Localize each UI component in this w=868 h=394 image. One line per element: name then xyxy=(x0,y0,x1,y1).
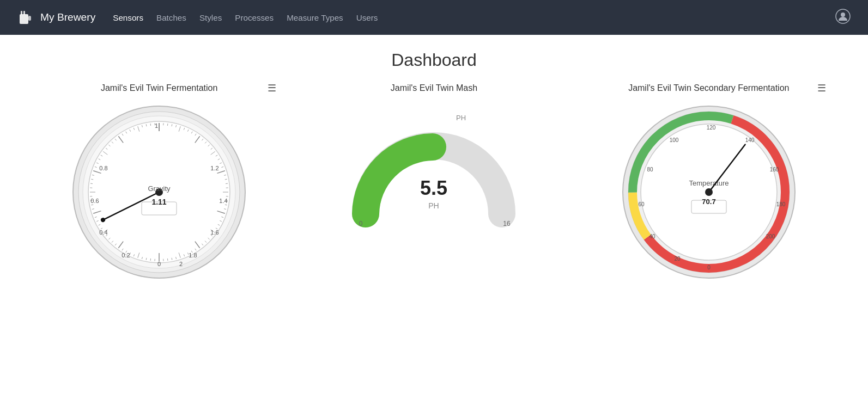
svg-text:0: 0 xyxy=(707,264,711,270)
nav-measure-types[interactable]: Measure Types xyxy=(287,11,343,24)
nav-links: Sensors Batches Styles Processes Measure… xyxy=(113,11,378,24)
svg-text:Temperature: Temperature xyxy=(689,179,729,187)
brewery-logo-icon xyxy=(17,9,35,26)
semi-gauge-mash: PH 5.5 PH 0 16 xyxy=(341,100,526,241)
gauge-header-fermentation: Jamil's Evil Twin Fermentation ☰ xyxy=(42,83,276,93)
navbar: My Brewery Sensors Batches Styles Proces… xyxy=(0,0,868,35)
svg-point-152 xyxy=(705,188,713,196)
svg-rect-2 xyxy=(21,11,22,15)
svg-text:0.2: 0.2 xyxy=(122,252,130,258)
svg-rect-1 xyxy=(28,16,31,21)
svg-rect-0 xyxy=(20,14,28,24)
svg-text:40: 40 xyxy=(649,233,655,239)
nav-users[interactable]: Users xyxy=(356,11,378,24)
svg-text:0.8: 0.8 xyxy=(100,165,108,171)
svg-text:1.8: 1.8 xyxy=(189,252,197,258)
svg-text:120: 120 xyxy=(706,125,715,131)
temp-gauge-secondary: 0 20 40 60 80 100 120 140 160 180 200 Te… xyxy=(616,100,802,287)
nav-batches[interactable]: Batches xyxy=(156,11,186,24)
svg-text:160: 160 xyxy=(769,167,779,173)
gauge-title-secondary: Jamil's Evil Twin Secondary Fermentation xyxy=(628,83,789,93)
svg-line-12 xyxy=(168,124,168,126)
gauge-title-mash: Jamil's Evil Twin Mash xyxy=(391,83,477,93)
circular-gauge-fermentation: 1.11 Gravity 0 0.2 0.4 0.6 0.8 1 1.2 1.4… xyxy=(66,100,252,285)
svg-text:PH: PH xyxy=(456,114,466,122)
page-title: Dashboard xyxy=(0,50,868,70)
svg-text:1.6: 1.6 xyxy=(211,229,219,236)
svg-line-58 xyxy=(168,258,168,261)
svg-text:200: 200 xyxy=(766,233,775,239)
gauge-panel-fermentation: Jamil's Evil Twin Fermentation ☰ xyxy=(42,83,276,285)
nav-styles[interactable]: Styles xyxy=(199,11,222,24)
svg-text:1.2: 1.2 xyxy=(211,165,219,171)
svg-text:1.11: 1.11 xyxy=(152,198,167,206)
svg-line-87 xyxy=(90,183,93,184)
svg-text:2: 2 xyxy=(179,261,183,267)
svg-text:1: 1 xyxy=(155,122,158,129)
gauge-menu-fermentation[interactable]: ☰ xyxy=(268,83,276,94)
svg-text:70.7: 70.7 xyxy=(702,198,715,206)
nav-processes[interactable]: Processes xyxy=(235,11,274,24)
svg-rect-3 xyxy=(23,11,25,15)
svg-line-62 xyxy=(150,258,151,261)
svg-text:16: 16 xyxy=(503,220,511,227)
svg-text:100: 100 xyxy=(669,137,678,143)
svg-text:0: 0 xyxy=(359,220,363,227)
gauge-menu-secondary[interactable]: ☰ xyxy=(817,83,826,94)
gauge-header-secondary: Jamil's Evil Twin Secondary Fermentation… xyxy=(592,83,826,93)
gauge-header-mash: Jamil's Evil Twin Mash xyxy=(317,83,551,93)
nav-brand[interactable]: My Brewery xyxy=(17,9,95,26)
svg-text:Gravity: Gravity xyxy=(148,184,171,193)
svg-text:60: 60 xyxy=(638,201,645,207)
svg-text:140: 140 xyxy=(745,137,754,143)
user-menu-icon[interactable] xyxy=(835,9,851,26)
svg-text:PH: PH xyxy=(429,201,439,210)
svg-line-108 xyxy=(150,124,151,126)
svg-text:180: 180 xyxy=(776,201,785,207)
svg-text:0: 0 xyxy=(157,261,161,267)
svg-text:0.6: 0.6 xyxy=(91,198,99,204)
svg-point-5 xyxy=(841,13,845,17)
dashboard: Jamil's Evil Twin Fermentation ☰ xyxy=(0,83,868,319)
nav-sensors[interactable]: Sensors xyxy=(113,11,143,24)
gauge-panel-mash: Jamil's Evil Twin Mash PH 5.5 PH 0 16 xyxy=(317,83,551,241)
svg-text:0.4: 0.4 xyxy=(100,229,108,236)
svg-text:20: 20 xyxy=(674,256,681,262)
svg-text:1.4: 1.4 xyxy=(220,198,228,204)
gauge-panel-secondary: Jamil's Evil Twin Secondary Fermentation… xyxy=(592,83,826,287)
svg-line-33 xyxy=(226,183,228,184)
svg-text:80: 80 xyxy=(647,167,653,173)
svg-text:5.5: 5.5 xyxy=(420,177,447,199)
gauge-title-fermentation: Jamil's Evil Twin Fermentation xyxy=(101,83,217,93)
